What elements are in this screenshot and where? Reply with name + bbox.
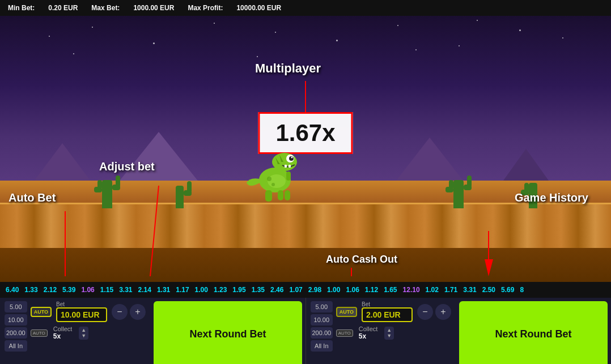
svg-rect-11 <box>285 190 290 200</box>
number-bar-item-9: 1.17 <box>176 286 189 294</box>
number-bar-item-27: 8 <box>520 286 524 294</box>
number-bar-item-11: 1.23 <box>214 286 227 294</box>
cactus-1 <box>102 180 112 208</box>
svg-point-15 <box>267 177 271 181</box>
svg-point-16 <box>271 183 275 186</box>
number-bar-item-0: 6.40 <box>6 286 19 294</box>
increase-bet-right[interactable]: + <box>435 304 451 320</box>
bet-label-right: Bet <box>362 301 413 307</box>
bet-amount-left[interactable]: 10.00 EUR <box>56 307 107 322</box>
numbers-bar: 6.401.332.125.391.061.153.312.141.311.17… <box>0 282 611 298</box>
game-area: 1.67x Multiplayer Adjust bet Auto Bet Au… <box>0 16 611 282</box>
number-bar-item-3: 5.39 <box>62 286 75 294</box>
decrease-bet-left[interactable]: − <box>112 304 128 320</box>
svg-point-2 <box>272 153 297 171</box>
bottom-controls: 5.00 10.00 200.00 All In AUTO Bet 10.00 … <box>0 298 611 364</box>
auto-cash-out-label: Auto Cash Out <box>326 254 397 265</box>
number-bar-item-10: 1.00 <box>195 286 208 294</box>
cactus-3 <box>453 180 464 208</box>
caret-down-left[interactable]: ▼ <box>81 333 86 339</box>
collect-label-right: Collect <box>359 326 378 332</box>
svg-rect-13 <box>286 172 291 181</box>
auto-badge-left[interactable]: AUTO <box>31 307 52 317</box>
svg-point-14 <box>268 174 286 188</box>
collect-row-right: AUTO Collect 5x ▲ ▼ <box>336 326 451 340</box>
collect-value-left: 5x <box>53 332 73 340</box>
bet-panel-right: 5.00 10.00 200.00 All In AUTO Bet 2.00 E… <box>306 298 456 364</box>
svg-rect-12 <box>265 190 272 202</box>
number-bar-item-5: 1.15 <box>100 286 113 294</box>
max-profit-label: Max Profit: <box>188 4 223 12</box>
number-bar-item-4: 1.06 <box>81 286 94 294</box>
number-bar-item-13: 1.35 <box>252 286 265 294</box>
number-bar-item-6: 3.31 <box>119 286 132 294</box>
number-bar-item-17: 1.00 <box>327 286 340 294</box>
number-bar-item-20: 1.65 <box>384 286 397 294</box>
quick-btn-10-left[interactable]: 10.00 <box>5 314 27 326</box>
rocks <box>0 203 611 248</box>
number-bar-item-15: 1.07 <box>289 286 302 294</box>
number-bar-item-25: 2.50 <box>482 286 495 294</box>
number-bar-item-16: 2.98 <box>308 286 321 294</box>
svg-rect-6 <box>285 165 287 168</box>
bet-amount-right[interactable]: 2.00 EUR <box>362 307 413 322</box>
caret-down-right[interactable]: ▼ <box>387 333 392 339</box>
bet-controls-left: AUTO Bet 10.00 EUR − + AUTO Collect 5x <box>31 301 146 361</box>
adjust-bet-label: Adjust bet <box>99 160 155 173</box>
dino-character <box>244 140 306 203</box>
collect-row-left: AUTO Collect 5x ▲ ▼ <box>31 326 146 340</box>
quick-btn-5-right[interactable]: 5.00 <box>311 301 333 312</box>
caret-up-left[interactable]: ▲ <box>81 328 86 333</box>
decrease-bet-right[interactable]: − <box>417 304 433 320</box>
quick-btn-200-left[interactable]: 200.00 <box>5 327 27 339</box>
quick-btn-5-left[interactable]: 5.00 <box>5 301 27 312</box>
bet-controls-right: AUTO Bet 2.00 EUR − + AUTO Collect 5x <box>336 301 451 361</box>
collect-arrows-right[interactable]: ▲ ▼ <box>384 327 394 340</box>
quick-btn-allin-right[interactable]: All In <box>311 340 333 352</box>
collect-label-left: Collect <box>53 326 73 332</box>
number-bar-item-21: 12.10 <box>403 286 420 294</box>
number-bar-item-8: 1.31 <box>157 286 170 294</box>
auto-badge-right[interactable]: AUTO <box>336 307 357 317</box>
number-bar-item-23: 1.71 <box>444 286 457 294</box>
number-bar-item-19: 1.12 <box>365 286 378 294</box>
svg-rect-7 <box>288 165 291 168</box>
svg-point-5 <box>291 157 293 159</box>
number-bar-item-22: 1.02 <box>426 286 439 294</box>
number-bar-item-18: 1.06 <box>346 286 359 294</box>
bet-panel-left: 5.00 10.00 200.00 All In AUTO Bet 10.00 … <box>0 298 150 364</box>
next-round-btn-right[interactable]: Next Round Bet <box>459 301 608 364</box>
collect-arrows-left[interactable]: ▲ ▼ <box>79 327 88 340</box>
quick-btn-10-right[interactable]: 10.00 <box>311 314 333 326</box>
quick-btn-200-right[interactable]: 200.00 <box>311 327 333 339</box>
max-bet-value: 1000.00 EUR <box>133 4 174 12</box>
svg-rect-10 <box>278 190 283 200</box>
top-bar: Min Bet: 0.20 EUR Max Bet: 1000.00 EUR M… <box>0 0 611 16</box>
auto-small-right[interactable]: AUTO <box>336 329 353 337</box>
collect-value-right: 5x <box>359 332 378 340</box>
cactus-2 <box>176 186 184 208</box>
number-bar-item-12: 1.95 <box>232 286 245 294</box>
increase-bet-left[interactable]: + <box>130 304 146 320</box>
min-bet-value: 0.20 EUR <box>48 4 78 12</box>
min-bet-label: Min Bet: <box>8 4 35 12</box>
number-bar-item-26: 5.69 <box>501 286 514 294</box>
max-bet-label: Max Bet: <box>91 4 120 12</box>
bet-row-left: AUTO Bet 10.00 EUR − + <box>31 301 146 322</box>
caret-up-right[interactable]: ▲ <box>387 328 392 333</box>
quick-amounts-left: 5.00 10.00 200.00 All In <box>5 301 27 361</box>
number-bar-item-24: 3.31 <box>463 286 476 294</box>
bet-row-right: AUTO Bet 2.00 EUR − + <box>336 301 451 322</box>
auto-bet-label: Auto Bet <box>9 191 56 204</box>
next-round-btn-left[interactable]: Next Round Bet <box>154 301 302 364</box>
number-bar-item-1: 1.33 <box>24 286 37 294</box>
number-bar-item-14: 2.46 <box>270 286 283 294</box>
quick-btn-allin-left[interactable]: All In <box>5 340 27 352</box>
bet-label-left: Bet <box>56 301 107 307</box>
number-bar-item-2: 2.12 <box>44 286 57 294</box>
game-history-label: Game History <box>515 191 588 204</box>
multiplayer-label: Multiplayer <box>255 61 321 76</box>
number-bar-item-7: 2.14 <box>138 286 151 294</box>
max-profit-value: 10000.00 EUR <box>236 4 281 12</box>
auto-small-left[interactable]: AUTO <box>31 329 48 337</box>
